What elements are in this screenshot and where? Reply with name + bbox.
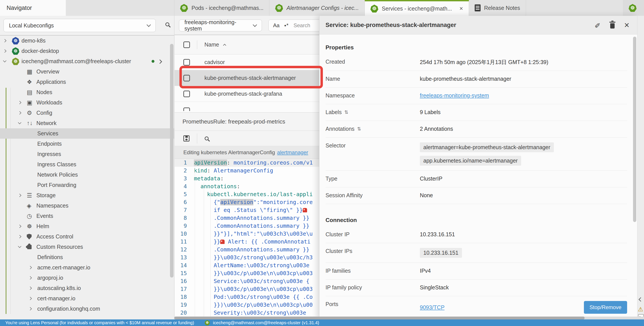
sidebar-item-cert-manager-io[interactable]: cert-manager.io [0,293,174,304]
delete-trash-icon[interactable] [610,23,614,28]
row-checkbox[interactable] [183,90,190,97]
main-horizontal-scrollbar[interactable] [174,316,644,320]
tab-pods-icecheng-mathmas[interactable]: ☸Pods - icecheng@mathmas... [174,0,269,16]
sidebar-item-label: autoscaling.k8s.io [37,285,81,291]
sidebar-item-definitions[interactable]: Definitions [0,252,174,262]
property-row-selector: Selectoralertmanager=kube-prometheus-sta… [326,138,627,171]
port-action-button[interactable]: Stop/Remove [584,301,627,314]
sidebar-item-network-policies[interactable]: Network Policies [0,170,174,180]
sidebar-item-config[interactable]: ⚙Config [0,108,174,118]
sidebar-item-demo-k8s[interactable]: ☸demo-k8s [0,36,174,46]
tab-label: Release Notes [484,5,520,11]
close-icon[interactable]: × [624,20,629,30]
chevron-right-icon[interactable] [18,112,27,114]
sidebar-item-autoscaling-k8s-io[interactable]: autoscaling.k8s.io [0,283,174,293]
indent-guide [204,182,204,319]
edit-pencil-icon[interactable]: ✎ [595,21,600,29]
sidebar-item-events[interactable]: ◷Events [0,211,174,221]
namespace-link[interactable]: freeleaps-monitoring-system [420,92,489,98]
service-details-drawer: Service: kube-prometheus-stack-alertmana… [319,16,637,320]
navigator-scrollbar[interactable] [170,44,174,278]
sidebar-item-services[interactable]: Services [0,128,174,139]
save-icon[interactable] [183,135,190,142]
editor-title: PrometheusRule: freepeals-prod-metrics [182,118,285,125]
chevron-down-icon[interactable] [18,246,27,248]
sidebar-item-nodes[interactable]: ▤Nodes [0,87,174,98]
banner-resource-link[interactable]: alertmanager [277,150,308,156]
namespace-select[interactable]: freeleaps-monitoring-system [179,20,262,31]
line-number: 12 [174,246,191,254]
chevron-right-icon[interactable] [29,297,37,300]
sidebar-item-ingress-classes[interactable]: Ingress Classes [0,159,174,170]
sidebar-item-icecheng-mathmast-com-freeleaps-cluster[interactable]: ☸icecheng@mathmast.com@freeleaps-cluster [0,56,174,66]
sidebar-item-port-forwarding[interactable]: Port Forwarding [0,180,174,190]
tab-partial[interactable]: ☸ [623,0,644,16]
chevron-down-icon[interactable] [18,123,27,124]
row-checkbox[interactable] [183,108,190,111]
chevron-right-icon[interactable] [18,194,27,196]
sidebar-item-network[interactable]: ↑↓Network [0,118,174,128]
sidebar-item-ingresses[interactable]: Ingresses [0,149,174,159]
lens-app-window: Navigator ☸Pods - icecheng@mathmas...☸Al… [0,0,644,326]
sidebar-item-label: configuration.konghq.com [37,306,100,312]
code-text: Severity:\u003c/strong\u003e [191,309,306,317]
sidebar-item-applications[interactable]: ❖Applications [0,77,174,87]
sidebar-item-custom-resources[interactable]: Custom Resources [0,242,174,252]
warning-icon[interactable]: ⚠ [638,306,643,313]
close-icon[interactable]: × [460,5,463,12]
release-notes-icon [475,4,480,12]
line-number: 6 [174,198,191,206]
window-right-strip: ⚠ >_ [637,16,644,317]
tab-alertmanager-configs-icec[interactable]: ☸Alertmanager Configs - icec... [269,0,364,16]
sidebar-item-helm[interactable]: ☸Helm [0,221,174,232]
sidebar-item-storage[interactable]: ☰Storage [0,190,174,200]
namespace-select-value: freeleaps-monitoring-system [184,19,253,32]
property-row-session-affinity: Session AffinityNone [326,187,627,204]
sidebar-item-configuration-konghq-com[interactable]: configuration.konghq.com [0,304,174,314]
tab-services-icecheng-math[interactable]: ☸Services - icecheng@math...× [365,0,469,16]
port-line: 9093/TCPStop/Remove [420,301,627,314]
tab-label: Services - icecheng@math... [382,6,452,12]
line-number: 9 [174,222,191,230]
chevron-right-icon[interactable] [29,287,37,289]
chevron-right-icon[interactable] [158,58,162,64]
chevron-right-icon[interactable] [29,308,37,310]
kubeconfig-select[interactable]: Local Kubeconfigs [4,19,156,32]
sidebar-item-access-control[interactable]: Access Control [0,232,174,242]
sidebar-item-docker-desktop[interactable]: ☸docker-desktop [0,46,174,56]
port-link[interactable]: 9093/TCP [420,304,444,311]
property-value: 254d 17h 50m ago (2025年1月13日 GMT+8 1:25:… [420,58,627,66]
search-icon[interactable] [166,22,169,26]
sidebar-item-acme-cert-manager-io[interactable]: acme.cert-manager.io [0,262,174,273]
chevron-right-icon[interactable] [29,266,37,269]
drawer-scrollbar[interactable] [633,37,636,222]
select-all-checkbox[interactable] [183,42,190,48]
chevron-right-icon[interactable] [29,277,37,279]
regex-toggle[interactable]: ▪* [284,22,289,28]
chevron-right-icon[interactable] [4,50,12,52]
property-value: 9 Labels [420,109,627,116]
chevron-right-icon[interactable] [4,40,12,42]
row-checkbox[interactable] [183,59,190,66]
section-heading-properties: Properties [326,41,627,54]
sidebar-item-workloads[interactable]: ▣Workloads [0,98,174,108]
sidebar-item-endpoints[interactable]: Endpoints [0,139,174,149]
chevron-right-icon[interactable] [18,101,27,104]
editor-search-icon[interactable] [205,136,208,140]
tab-release-notes[interactable]: Release Notes [469,0,526,16]
name-column-header[interactable]: Name [204,42,226,48]
code-text: Service:\u003c/strong\u003e { [191,277,310,285]
sidebar-item-namespaces[interactable]: ◈Namespaces [0,200,174,211]
sort-toggle-icon[interactable]: ⇅ [357,126,361,132]
chevron-down-icon[interactable] [4,61,12,62]
sort-toggle-icon[interactable]: ⇅ [344,110,348,115]
sidebar-item-overview[interactable]: ▦Overview [0,66,174,77]
match-case-toggle[interactable]: Aa [273,22,280,28]
layers-icon: ◈ [27,202,36,209]
chevron-right-icon[interactable] [18,236,27,238]
value-chip: app.kubernetes.io/name=alertmanager [420,156,521,166]
sidebar-item-argoproj-io[interactable]: argoproj.io [0,273,174,283]
chevron-right-icon[interactable] [18,225,27,228]
row-checkbox[interactable] [183,75,190,82]
collapse-chevron-icon[interactable] [638,297,643,302]
